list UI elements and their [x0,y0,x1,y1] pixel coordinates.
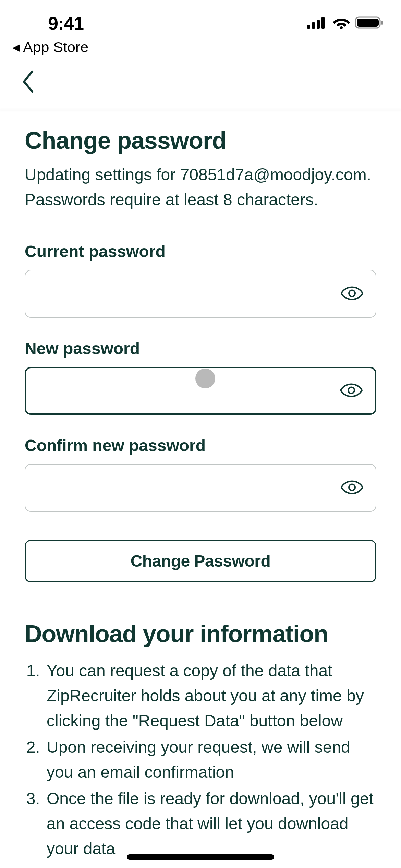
download-section-title: Download your information [25,620,376,648]
page-title: Change password [25,127,376,154]
svg-rect-0 [307,25,310,29]
touch-indicator [195,369,215,388]
download-info-item: Once the file is ready for download, you… [45,786,376,861]
svg-point-10 [349,484,355,490]
back-triangle-icon: ◀ [12,42,20,52]
svg-rect-6 [357,19,379,27]
back-button[interactable] [21,68,36,96]
battery-icon [355,16,384,31]
download-info-item: You can request a copy of the data that … [45,659,376,734]
home-indicator[interactable] [127,854,274,860]
change-password-button[interactable]: Change Password [25,540,376,582]
status-time: 9:41 [17,13,84,34]
svg-point-8 [349,290,355,296]
confirm-password-input[interactable] [38,465,335,511]
page-subtitle: Updating settings for 70851d7a@moodjoy.c… [25,162,376,213]
eye-icon [341,480,363,495]
current-password-input-wrap [25,270,376,318]
svg-rect-7 [381,21,383,25]
toggle-visibility-confirm[interactable] [341,480,363,496]
svg-point-4 [340,26,343,29]
svg-rect-3 [321,17,325,29]
toggle-visibility-current[interactable] [341,286,363,302]
new-password-input[interactable] [38,368,334,413]
back-to-appstore[interactable]: ◀ App Store [0,39,401,56]
toggle-visibility-new[interactable] [340,383,363,399]
download-info-item: Upon receiving your request, we will sen… [45,735,376,785]
svg-point-9 [348,387,354,393]
eye-icon [341,286,363,301]
new-password-label: New password [25,339,376,358]
back-appstore-label: App Store [23,39,88,56]
nav-bar [0,56,401,109]
svg-rect-1 [312,22,315,29]
wifi-icon [332,16,350,31]
eye-icon [340,383,363,398]
field-current-password: Current password [25,242,376,318]
chevron-left-icon [21,68,36,95]
svg-rect-2 [317,20,320,29]
current-password-input[interactable] [38,270,335,317]
download-info-list: You can request a copy of the data that … [25,659,376,861]
field-confirm-password: Confirm new password [25,436,376,512]
cellular-icon [307,16,328,30]
confirm-password-input-wrap [25,464,376,512]
status-icons [307,16,384,31]
content: Change password Updating settings for 70… [0,110,401,861]
current-password-label: Current password [25,242,376,261]
status-bar: 9:41 [0,0,401,36]
confirm-password-label: Confirm new password [25,436,376,455]
